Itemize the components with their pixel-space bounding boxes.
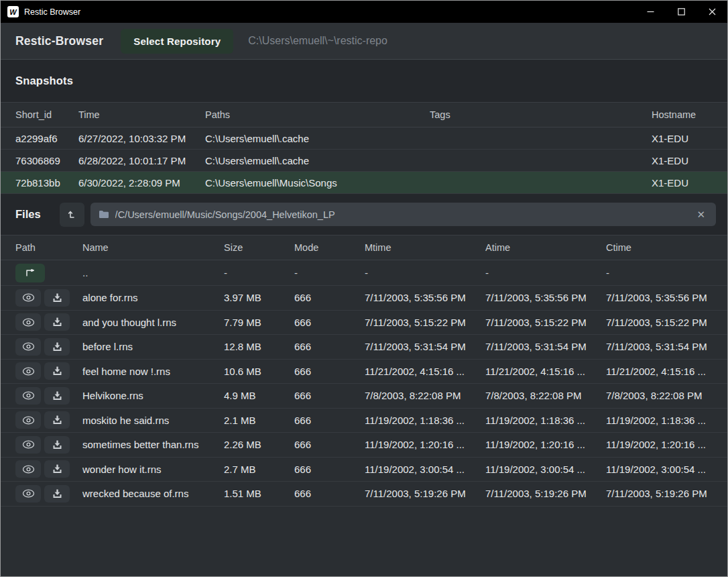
maximize-button[interactable] [666,1,696,23]
window-title: Restic Browser [24,7,80,17]
eye-icon [22,293,35,302]
window-controls [635,1,727,23]
clear-path-icon[interactable]: ✕ [694,207,708,222]
parent-atime: - [485,267,606,278]
download-icon [52,317,62,327]
close-button[interactable] [696,1,727,23]
preview-file-button[interactable] [15,436,41,454]
download-file-button[interactable] [44,436,70,454]
snapshots-table-body: a2299af6 6/27/2022, 10:03:32 PM C:\Users… [1,127,727,194]
file-name: before l.rns [82,341,224,352]
file-atime: 11/19/2002, 1:18:36 ... [485,415,606,426]
download-file-button[interactable] [44,362,70,380]
download-icon [52,415,62,425]
repository-path: C:\Users\emuell\~\restic-repo [248,35,387,47]
file-row: wonder how it.rns 2.7 MB 666 11/19/2002,… [1,458,727,482]
snapshot-hostname: X1-EDU [652,177,716,189]
preview-file-button[interactable] [15,313,41,331]
preview-file-button[interactable] [15,411,41,429]
snapshot-short-id: 72b813bb [15,177,78,189]
download-file-button[interactable] [44,338,70,356]
download-file-button[interactable] [44,387,70,405]
preview-file-button[interactable] [15,338,41,356]
files-table-header: Path Name Size Mode Mtime Atime Ctime [1,235,727,260]
file-name: alone for.rns [82,292,224,303]
file-ctime: 11/21/2002, 4:15:16 ... [606,366,716,377]
snapshot-short-id: 76306869 [15,155,78,166]
file-atime: 7/8/2003, 8:22:08 PM [485,390,606,401]
folder-icon [99,210,109,219]
file-path-input[interactable]: /C/Users/emuell/Music/Songs/2004_Helveti… [90,203,716,226]
snapshot-hostname: X1-EDU [652,133,716,144]
file-mtime: 11/19/2002, 1:18:36 ... [365,415,485,426]
file-mode: 666 [294,488,365,499]
download-file-button[interactable] [44,289,70,307]
download-file-button[interactable] [44,411,70,429]
eye-icon [22,342,35,351]
eye-icon [22,465,35,474]
snapshot-time: 6/27/2022, 10:03:32 PM [78,133,205,144]
file-ctime: 7/8/2003, 8:22:08 PM [606,390,716,401]
parent-size: - [224,267,294,278]
snapshot-row[interactable]: 72b813bb 6/30/2022, 2:28:09 PM C:\Users\… [1,172,727,194]
go-parent-button[interactable] [15,264,45,282]
file-mtime: 7/11/2003, 5:19:26 PM [365,488,485,499]
tree-toggle-button[interactable] [60,203,84,227]
eye-icon [22,367,35,376]
eye-icon [22,440,35,449]
file-mtime: 11/19/2002, 1:20:16 ... [365,439,485,450]
snapshot-row[interactable]: 76306869 6/28/2022, 10:01:17 PM C:\Users… [1,150,727,172]
col-mtime: Mtime [365,242,485,253]
file-ctime: 7/11/2003, 5:35:56 PM [606,292,716,303]
download-file-button[interactable] [44,485,70,503]
files-section-header: Files /C/Users/emuell/Music/Songs/2004_H… [1,194,727,235]
file-row: and you thought l.rns 7.79 MB 666 7/11/2… [1,311,727,335]
file-path-value: /C/Users/emuell/Music/Songs/2004_Helveti… [115,209,694,220]
app-name: Restic-Browser [15,34,103,48]
snapshot-paths: C:\Users\emuell\.cache [205,155,430,166]
download-file-button[interactable] [44,460,70,478]
file-atime: 11/19/2002, 1:20:16 ... [485,439,606,450]
select-repository-button[interactable]: Select Repository [121,29,233,54]
preview-file-button[interactable] [15,460,41,478]
snapshots-title: Snapshots [15,74,73,87]
file-mtime: 7/8/2003, 8:22:08 PM [365,390,485,401]
file-row: feel home now !.rns 10.6 MB 666 11/21/20… [1,360,727,384]
file-size: 1.51 MB [224,488,294,499]
snapshot-paths: C:\Users\emuell\.cache [205,133,430,144]
col-path: Path [15,242,82,253]
file-row: sometimes better than.rns 2.26 MB 666 11… [1,433,727,458]
file-ctime: 11/19/2002, 3:00:54 ... [606,464,716,475]
preview-file-button[interactable] [15,485,41,503]
file-size: 2.7 MB [224,464,294,475]
col-mode: Mode [294,242,365,253]
minimize-button[interactable] [635,1,666,23]
file-size: 2.26 MB [224,439,294,450]
file-mode: 666 [294,390,365,401]
snapshot-time: 6/30/2022, 2:28:09 PM [78,177,205,189]
col-tags: Tags [430,109,652,120]
file-size: 10.6 MB [224,366,294,377]
file-ctime: 7/11/2003, 5:19:26 PM [606,488,716,499]
preview-file-button[interactable] [15,289,41,307]
file-mtime: 11/19/2002, 3:00:54 ... [365,464,485,475]
download-icon [52,464,62,474]
file-ctime: 7/11/2003, 5:31:54 PM [606,341,716,352]
file-name: sometimes better than.rns [82,439,224,450]
close-icon [709,8,716,15]
preview-file-button[interactable] [15,362,41,380]
file-mtime: 7/11/2003, 5:31:54 PM [365,341,485,352]
titlebar: W Restic Browser [1,1,727,23]
snapshot-paths: C:\Users\emuell\Music\Songs [205,177,430,189]
col-ctime: Ctime [606,242,716,253]
file-mode: 666 [294,366,365,377]
eye-icon [22,318,35,327]
file-name: moskito he said.rns [82,415,224,426]
preview-file-button[interactable] [15,387,41,405]
download-icon [52,391,62,401]
file-atime: 7/11/2003, 5:19:26 PM [485,488,606,499]
download-file-button[interactable] [44,313,70,331]
snapshot-row[interactable]: a2299af6 6/27/2022, 10:03:32 PM C:\Users… [1,127,727,150]
download-icon [52,440,62,450]
col-time: Time [78,109,205,120]
